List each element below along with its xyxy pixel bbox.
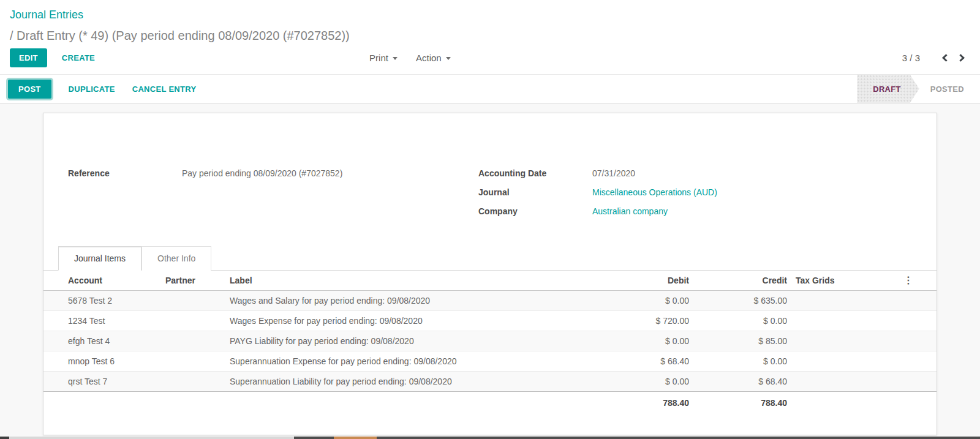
form-fields: Reference Pay period ending 08/09/2020 (… bbox=[43, 113, 937, 224]
column-header-tax-grids[interactable]: Tax Grids bbox=[793, 271, 885, 291]
control-panel: EDIT CREATE Print Action 3 / 3 bbox=[0, 44, 980, 74]
cell-label[interactable]: Superannuation Expense for pay period en… bbox=[227, 351, 616, 372]
action-menu-button[interactable]: Action bbox=[416, 53, 451, 63]
print-menu-button[interactable]: Print bbox=[369, 53, 398, 63]
cell-debit[interactable]: $ 0.00 bbox=[616, 372, 695, 392]
table-row[interactable]: 5678 Test 2 Wages and Salary for pay per… bbox=[43, 291, 937, 311]
cell-account[interactable]: efgh Test 4 bbox=[43, 331, 163, 351]
form-sheet: Reference Pay period ending 08/09/2020 (… bbox=[43, 113, 937, 435]
cell-label[interactable]: Superannuation Liability for pay period … bbox=[227, 372, 616, 392]
journal-label: Journal bbox=[478, 186, 592, 205]
pager-previous-button[interactable] bbox=[936, 50, 953, 66]
column-header-debit[interactable]: Debit bbox=[616, 271, 695, 291]
cell-extra bbox=[885, 351, 937, 372]
state-draft[interactable]: DRAFT bbox=[857, 75, 919, 103]
taskbar-edge bbox=[0, 437, 980, 439]
column-header-label[interactable]: Label bbox=[227, 271, 616, 291]
cell-extra bbox=[885, 372, 937, 392]
cell-account[interactable]: 5678 Test 2 bbox=[43, 291, 163, 311]
caret-down-icon bbox=[393, 57, 398, 60]
edit-button[interactable]: EDIT bbox=[10, 48, 47, 67]
field-journal: Journal Miscellaneous Operations (AUD) bbox=[478, 186, 937, 205]
journal-link[interactable]: Miscellaneous Operations (AUD) bbox=[592, 186, 717, 205]
notebook-tabs: Journal Items Other Info bbox=[43, 246, 937, 271]
company-link[interactable]: Australian company bbox=[592, 205, 668, 224]
field-company: Company Australian company bbox=[478, 205, 937, 224]
reference-label: Reference bbox=[68, 167, 182, 186]
pager-count: 3 / 3 bbox=[902, 53, 920, 63]
optional-columns-toggle[interactable]: ⋮ bbox=[903, 276, 913, 285]
breadcrumb-parent-link[interactable]: Journal Entries bbox=[10, 9, 83, 21]
cell-partner[interactable] bbox=[163, 331, 227, 351]
cell-label[interactable]: Wages Expense for pay period ending: 09/… bbox=[227, 311, 616, 331]
cell-extra bbox=[885, 291, 937, 311]
field-reference: Reference Pay period ending 08/09/2020 (… bbox=[68, 167, 478, 186]
table-row[interactable]: qrst Test 7 Superannuation Liability for… bbox=[43, 372, 937, 392]
field-accounting-date: Accounting Date 07/31/2020 bbox=[478, 167, 937, 186]
table-header-row: Account Partner Label Debit Credit Tax G… bbox=[43, 271, 937, 291]
statusbar-states: DRAFT POSTED bbox=[857, 75, 974, 103]
cell-credit[interactable]: $ 68.40 bbox=[695, 372, 793, 392]
taskbar-segment bbox=[334, 437, 377, 439]
cell-debit[interactable]: $ 0.00 bbox=[616, 331, 695, 351]
state-posted[interactable]: POSTED bbox=[919, 75, 974, 103]
cell-account[interactable]: qrst Test 7 bbox=[43, 372, 163, 392]
journal-items-table: Account Partner Label Debit Credit Tax G… bbox=[43, 271, 937, 415]
reference-value: Pay period ending 08/09/2020 (#7027852) bbox=[182, 167, 342, 186]
journal-items-body: 5678 Test 2 Wages and Salary for pay per… bbox=[43, 291, 937, 392]
cell-credit[interactable]: $ 0.00 bbox=[695, 311, 793, 331]
cell-debit[interactable]: $ 68.40 bbox=[616, 351, 695, 372]
create-button[interactable]: CREATE bbox=[62, 53, 95, 62]
company-label: Company bbox=[478, 205, 592, 224]
total-credit: 788.40 bbox=[695, 392, 793, 416]
cell-tax-grids[interactable] bbox=[793, 372, 885, 392]
pager: 3 / 3 bbox=[902, 50, 970, 66]
form-column-left: Reference Pay period ending 08/09/2020 (… bbox=[43, 167, 478, 224]
tab-journal-items[interactable]: Journal Items bbox=[58, 246, 141, 271]
column-header-credit[interactable]: Credit bbox=[695, 271, 793, 291]
cell-credit[interactable]: $ 0.00 bbox=[695, 351, 793, 372]
column-header-account[interactable]: Account bbox=[43, 271, 163, 291]
breadcrumb: Journal Entries / Draft Entry (* 49) (Pa… bbox=[0, 0, 980, 44]
cell-tax-grids[interactable] bbox=[793, 291, 885, 311]
cell-partner[interactable] bbox=[163, 291, 227, 311]
cell-partner[interactable] bbox=[163, 372, 227, 392]
cell-partner[interactable] bbox=[163, 311, 227, 331]
print-menu-label: Print bbox=[369, 53, 388, 63]
journal-entry-page: Journal Entries / Draft Entry (* 49) (Pa… bbox=[0, 0, 980, 439]
taskbar-segment bbox=[0, 437, 9, 439]
cell-account[interactable]: mnop Test 6 bbox=[43, 351, 163, 372]
totals-row: 788.40 788.40 bbox=[43, 392, 937, 416]
table-row[interactable]: 1234 Test Wages Expense for pay period e… bbox=[43, 311, 937, 331]
post-button[interactable]: POST bbox=[8, 80, 51, 99]
action-menu-label: Action bbox=[416, 53, 442, 63]
cell-tax-grids[interactable] bbox=[793, 331, 885, 351]
taskbar-segment bbox=[294, 437, 980, 439]
column-header-partner[interactable]: Partner bbox=[163, 271, 227, 291]
cell-extra bbox=[885, 331, 937, 351]
form-view: Reference Pay period ending 08/09/2020 (… bbox=[0, 103, 980, 439]
cell-partner[interactable] bbox=[163, 351, 227, 372]
table-row[interactable]: efgh Test 4 PAYG Liability for pay perio… bbox=[43, 331, 937, 351]
total-debit: 788.40 bbox=[616, 392, 695, 416]
statusbar: POST DUPLICATE CANCEL ENTRY DRAFT POSTED bbox=[0, 74, 980, 103]
cell-account[interactable]: 1234 Test bbox=[43, 311, 163, 331]
cell-debit[interactable]: $ 720.00 bbox=[616, 311, 695, 331]
breadcrumb-current: / Draft Entry (* 49) (Pay period ending … bbox=[10, 29, 970, 43]
cell-credit[interactable]: $ 635.00 bbox=[695, 291, 793, 311]
accounting-date-label: Accounting Date bbox=[478, 167, 592, 186]
cell-tax-grids[interactable] bbox=[793, 311, 885, 331]
pager-next-button[interactable] bbox=[953, 50, 970, 66]
cancel-entry-button[interactable]: CANCEL ENTRY bbox=[132, 84, 197, 94]
cell-label[interactable]: Wages and Salary for pay period ending: … bbox=[227, 291, 616, 311]
cell-tax-grids[interactable] bbox=[793, 351, 885, 372]
cell-credit[interactable]: $ 85.00 bbox=[695, 331, 793, 351]
cell-label[interactable]: PAYG Liability for pay period ending: 09… bbox=[227, 331, 616, 351]
tab-other-info[interactable]: Other Info bbox=[141, 246, 211, 271]
caret-down-icon bbox=[446, 57, 451, 60]
duplicate-button[interactable]: DUPLICATE bbox=[69, 84, 115, 94]
table-row[interactable]: mnop Test 6 Superannuation Expense for p… bbox=[43, 351, 937, 372]
cell-debit[interactable]: $ 0.00 bbox=[616, 291, 695, 311]
cell-extra bbox=[885, 311, 937, 331]
chevron-left-icon bbox=[942, 54, 950, 62]
